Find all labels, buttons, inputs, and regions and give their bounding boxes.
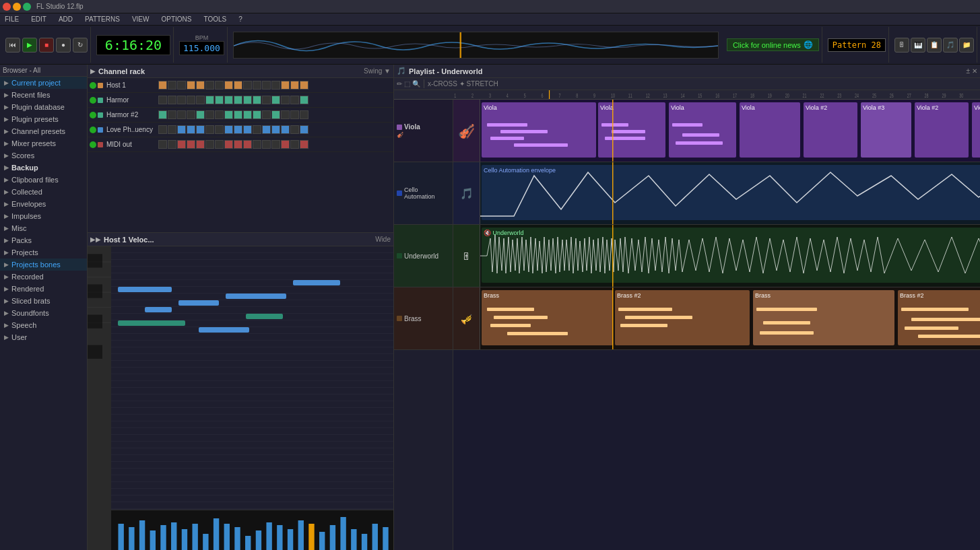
- ch-active-0[interactable]: [90, 82, 96, 89]
- step-btn-3-4[interactable]: [196, 125, 205, 134]
- step-btn-0-5[interactable]: [205, 81, 214, 90]
- step-btn-4-2[interactable]: [177, 140, 186, 149]
- step-btn-2-5[interactable]: [205, 110, 214, 119]
- piano-roll-content[interactable]: [88, 246, 393, 550]
- step-btn-3-2[interactable]: [177, 125, 186, 134]
- sidebar-item-sliced-brats[interactable]: ▶Sliced brats: [0, 295, 87, 307]
- browser-button[interactable]: 📁: [959, 38, 974, 53]
- sidebar-item-clipboard-files[interactable]: ▶Clipboard files: [0, 174, 87, 186]
- sidebar-item-impulses[interactable]: ▶Impulses: [0, 210, 87, 222]
- ch-active-2[interactable]: [90, 112, 96, 118]
- step-btn-4-4[interactable]: [196, 140, 205, 149]
- step-btn-2-1[interactable]: [168, 110, 176, 119]
- step-btn-1-4[interactable]: [196, 96, 205, 104]
- piano-note[interactable]: [118, 320, 185, 326]
- step-btn-0-3[interactable]: [187, 81, 195, 90]
- step-btn-2-8[interactable]: [234, 110, 242, 119]
- playlist-close-btn[interactable]: ✕: [972, 67, 977, 75]
- play-button[interactable]: ▶: [22, 38, 37, 53]
- maximize-button[interactable]: [23, 3, 31, 11]
- step-btn-2-11[interactable]: [262, 110, 271, 119]
- menu-add[interactable]: ADD: [57, 15, 75, 24]
- sidebar-item-mixer-presets[interactable]: ▶Mixer presets: [0, 137, 87, 149]
- step-btn-0-1[interactable]: [168, 81, 176, 90]
- step-btn-3-10[interactable]: [253, 125, 261, 134]
- step-btn-2-7[interactable]: [224, 110, 233, 119]
- step-btn-1-0[interactable]: [158, 96, 167, 104]
- menu-options[interactable]: OPTIONS: [159, 15, 193, 24]
- step-btn-4-1[interactable]: [168, 140, 176, 149]
- step-btn-0-7[interactable]: [224, 81, 233, 90]
- channel-row-0[interactable]: Host 1: [88, 78, 393, 93]
- piano-note[interactable]: [226, 294, 286, 299]
- sidebar-item-rendered[interactable]: ▶Rendered: [0, 283, 87, 295]
- step-btn-0-11[interactable]: [262, 81, 271, 90]
- news-button[interactable]: Click for online news 🌐: [727, 38, 819, 51]
- playlist-tool-draw[interactable]: ✏: [397, 80, 402, 88]
- close-button[interactable]: [3, 3, 11, 11]
- sidebar-item-soundfonts[interactable]: ▶Soundfonts: [0, 307, 87, 319]
- step-btn-3-0[interactable]: [158, 125, 167, 134]
- channel-row-1[interactable]: Harmor: [88, 93, 393, 108]
- stop-button[interactable]: ■: [39, 38, 54, 53]
- ch-active-4[interactable]: [90, 141, 96, 148]
- piano-note[interactable]: [118, 287, 172, 292]
- piano-roll-button[interactable]: 🎵: [943, 38, 958, 53]
- step-btn-0-8[interactable]: [234, 81, 242, 90]
- sidebar-item-collected[interactable]: ▶Collected: [0, 186, 87, 198]
- step-btn-3-1[interactable]: [168, 125, 176, 134]
- piano-note[interactable]: [178, 300, 219, 306]
- step-btn-0-9[interactable]: [243, 81, 252, 90]
- step-btn-2-12[interactable]: [271, 110, 280, 119]
- channel-row-4[interactable]: MIDI out: [88, 137, 393, 152]
- step-btn-2-10[interactable]: [253, 110, 261, 119]
- step-btn-0-4[interactable]: [196, 81, 205, 90]
- sidebar-item-plugin-database[interactable]: ▶Plugin database: [0, 101, 87, 113]
- step-btn-4-9[interactable]: [243, 140, 252, 149]
- channel-row-2[interactable]: Harmor #2: [88, 108, 393, 123]
- piano-note[interactable]: [145, 307, 172, 312]
- piano-note[interactable]: [199, 327, 249, 333]
- step-btn-0-14[interactable]: [290, 81, 299, 90]
- window-controls[interactable]: [3, 3, 31, 11]
- step-btn-1-15[interactable]: [300, 96, 308, 104]
- step-btn-3-13[interactable]: [281, 125, 290, 134]
- menu-view[interactable]: VIEW: [130, 15, 152, 24]
- step-btn-1-12[interactable]: [271, 96, 280, 104]
- step-btn-1-11[interactable]: [262, 96, 271, 104]
- step-btn-3-15[interactable]: [300, 125, 308, 134]
- sidebar-item-projects-bones[interactable]: ▶Projects bones: [0, 259, 87, 271]
- step-btn-1-6[interactable]: [215, 96, 224, 104]
- step-btn-4-3[interactable]: [187, 140, 195, 149]
- channel-rack-button[interactable]: 🎹: [911, 38, 925, 53]
- step-btn-3-12[interactable]: [271, 125, 280, 134]
- pattern-display[interactable]: Pattern 28: [828, 38, 886, 52]
- channel-row-3[interactable]: Love Ph..uency: [88, 123, 393, 137]
- step-btn-2-4[interactable]: [196, 110, 205, 119]
- step-btn-3-5[interactable]: [205, 125, 214, 134]
- menu-edit[interactable]: EDIT: [29, 15, 48, 24]
- track-area-brass[interactable]: 🎺 Brass Brass #2: [453, 287, 980, 350]
- step-btn-4-12[interactable]: [271, 140, 280, 149]
- sidebar-item-misc[interactable]: ▶Misc: [0, 222, 87, 234]
- menu-file[interactable]: FILE: [3, 15, 21, 24]
- mixer-button[interactable]: 🎚: [894, 38, 909, 53]
- minimize-button[interactable]: [13, 3, 21, 11]
- step-btn-0-0[interactable]: [158, 81, 167, 90]
- ch-active-3[interactable]: [90, 127, 96, 133]
- step-btn-1-5[interactable]: [205, 96, 214, 104]
- step-btn-4-7[interactable]: [224, 140, 233, 149]
- playlist-tool-select[interactable]: ⬚: [404, 80, 410, 88]
- playlist-zoom-btn[interactable]: ±: [967, 67, 971, 75]
- step-btn-1-2[interactable]: [177, 96, 186, 104]
- track-content-area[interactable]: 🎻 Viola Viola: [453, 100, 980, 550]
- step-btn-0-12[interactable]: [271, 81, 280, 90]
- step-btn-0-13[interactable]: [281, 81, 290, 90]
- sidebar-item-user[interactable]: ▶User: [0, 331, 87, 343]
- sidebar-item-recent-files[interactable]: ▶Recent files: [0, 89, 87, 101]
- record-button[interactable]: ●: [56, 38, 71, 53]
- step-btn-1-8[interactable]: [234, 96, 242, 104]
- step-btn-0-10[interactable]: [253, 81, 261, 90]
- playlist-button[interactable]: 📋: [927, 38, 942, 53]
- previous-button[interactable]: ⏮: [5, 38, 20, 53]
